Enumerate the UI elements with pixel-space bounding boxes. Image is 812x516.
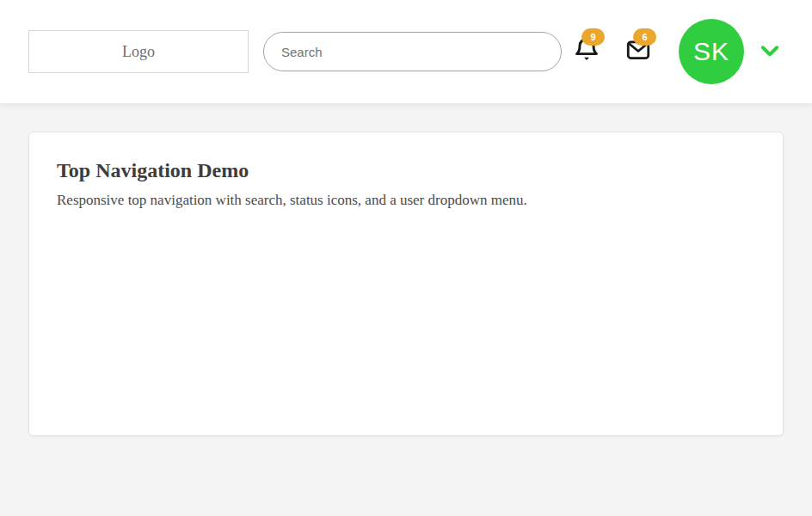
notifications-badge: 9 bbox=[581, 28, 605, 46]
messages-button[interactable]: 6 bbox=[624, 37, 653, 66]
chevron-down-icon bbox=[757, 38, 783, 66]
main-content: Top Navigation Demo Responsive top navig… bbox=[0, 103, 812, 464]
notifications-button[interactable]: 9 bbox=[572, 37, 601, 66]
avatar[interactable]: SK bbox=[679, 19, 744, 84]
page-subtitle: Responsive top navigation with search, s… bbox=[57, 192, 755, 209]
messages-badge: 6 bbox=[633, 28, 656, 46]
nav-actions: 9 6 SK bbox=[572, 19, 784, 84]
demo-card: Top Navigation Demo Responsive top navig… bbox=[28, 132, 784, 436]
top-navigation: Logo 9 6 SK bbox=[0, 0, 812, 103]
page-title: Top Navigation Demo bbox=[57, 159, 755, 182]
user-menu-button[interactable] bbox=[756, 38, 784, 65]
logo[interactable]: Logo bbox=[28, 30, 249, 73]
search-input[interactable] bbox=[263, 32, 562, 71]
